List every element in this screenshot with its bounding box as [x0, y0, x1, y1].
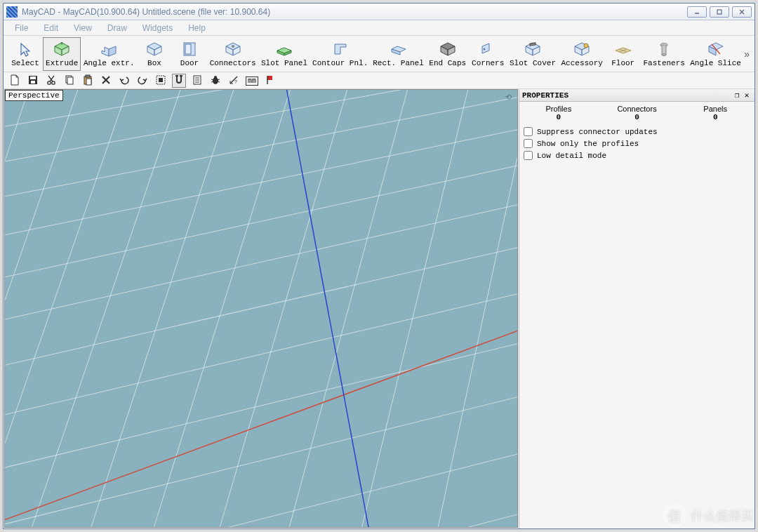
- toolbar-extrude-button[interactable]: Extrude: [43, 37, 81, 71]
- main-toolbar: SelectExtrudeAngle extr.BoxDoorConnector…: [4, 36, 754, 72]
- close-button[interactable]: [732, 6, 752, 18]
- toolbar2-select-all-button[interactable]: [154, 74, 168, 88]
- svg-point-49: [52, 81, 55, 84]
- viewport-label[interactable]: Perspective: [5, 90, 63, 101]
- menu-view[interactable]: View: [67, 22, 99, 34]
- units-mm-icon: mm: [246, 76, 258, 85]
- toolbar2-flag-button[interactable]: [263, 74, 277, 88]
- toolbar-slot-panel-button[interactable]: Slot Panel: [258, 37, 310, 71]
- menu-file[interactable]: File: [8, 22, 35, 34]
- check-show-only-profiles[interactable]: Show only the profiles: [524, 138, 750, 149]
- delete-icon: [100, 74, 112, 87]
- content-area: Perspective ⟲ PROPERTIES ❐ ✕ Profiles 0 …: [4, 89, 754, 528]
- toolbar-angle-extr--button[interactable]: Angle extr.: [81, 37, 137, 71]
- toolbar2-cut-button[interactable]: [44, 74, 58, 88]
- toolbar-floor-button[interactable]: Floor: [606, 37, 641, 71]
- toolbar-fasteners-button[interactable]: Fasteners: [641, 37, 688, 71]
- toolbar-rect-panel-button[interactable]: Rect. Panel: [371, 37, 427, 71]
- svg-rect-53: [67, 77, 73, 84]
- undo-icon: [119, 74, 130, 87]
- toolbar2-snap-button[interactable]: [172, 74, 186, 88]
- new-file-icon: [9, 74, 20, 87]
- accessory-icon: [571, 40, 592, 58]
- toolbar2-bug-button[interactable]: [208, 74, 222, 88]
- toolbar-end-caps-button[interactable]: End Caps: [426, 37, 469, 71]
- toolbar2-undo-button[interactable]: [117, 74, 131, 88]
- properties-close-button[interactable]: ✕: [742, 91, 752, 100]
- corners-icon: [477, 40, 498, 58]
- toolbar-corners-button[interactable]: Corners: [469, 37, 507, 71]
- menu-draw[interactable]: Draw: [100, 22, 134, 34]
- check-low-detail-mode[interactable]: Low detail mode: [524, 149, 750, 161]
- end-caps-icon: [437, 40, 458, 58]
- window-title: MayCAD - MayCAD(10.900.64) Untitled.scen…: [22, 7, 687, 17]
- toolbar-select-button[interactable]: Select: [8, 37, 43, 71]
- fasteners-icon: [653, 40, 674, 58]
- menu-edit[interactable]: Edit: [36, 22, 65, 34]
- toolbar2-new-file-button[interactable]: [8, 74, 22, 88]
- bug-icon: [210, 74, 221, 87]
- toolbar-box-button[interactable]: Box: [137, 37, 172, 71]
- svg-rect-75: [267, 76, 272, 80]
- toolbar2-paste-button[interactable]: [81, 74, 95, 88]
- slot-cover-icon: [522, 40, 543, 58]
- maximize-button[interactable]: [710, 6, 729, 18]
- toolbar-contour-pnl--button[interactable]: Contour Pnl.: [310, 37, 371, 71]
- properties-undock-button[interactable]: ❐: [732, 91, 742, 100]
- toolbar2-copy-button[interactable]: [62, 74, 77, 88]
- svg-rect-56: [86, 79, 91, 85]
- connectors-icon: [222, 40, 244, 58]
- stat-panels: Panels 0: [676, 105, 754, 121]
- svg-point-17: [232, 45, 234, 48]
- slot-panel-icon: [274, 40, 295, 58]
- toolbar-more-button[interactable]: »: [743, 48, 750, 60]
- toolbar-door-button[interactable]: Door: [172, 37, 207, 71]
- svg-rect-55: [86, 75, 90, 77]
- toolbar2-list-button[interactable]: [190, 74, 204, 88]
- toolbar-slot-cover-button[interactable]: Slot Cover: [507, 37, 558, 71]
- minimize-button[interactable]: [687, 6, 707, 18]
- extrude-icon: [51, 40, 72, 58]
- svg-point-41: [662, 54, 666, 56]
- svg-point-48: [48, 81, 51, 84]
- select-all-icon: [155, 74, 166, 87]
- window-buttons: [687, 6, 752, 18]
- toolbar2-measure-button[interactable]: ?: [227, 74, 241, 88]
- app-icon: [6, 6, 18, 18]
- svg-marker-21: [335, 44, 346, 54]
- toolbar-connectors-button[interactable]: Connectors: [207, 37, 258, 71]
- svg-marker-7: [102, 47, 109, 56]
- properties-title: PROPERTIES: [522, 91, 568, 100]
- svg-marker-8: [109, 46, 116, 56]
- check-suppress-connector-updates[interactable]: Suppress connector updates: [524, 126, 750, 138]
- toolbar-angle-slice-button[interactable]: Angle Slice: [688, 37, 744, 71]
- svg-rect-47: [31, 81, 35, 84]
- titlebar: MayCAD - MayCAD(10.900.64) Untitled.scen…: [4, 4, 754, 20]
- flag-icon: [265, 74, 276, 87]
- menu-help[interactable]: Help: [181, 22, 213, 34]
- toolbar2-delete-button[interactable]: [99, 74, 113, 88]
- toolbar2-redo-button[interactable]: [135, 74, 149, 88]
- svg-rect-40: [662, 45, 666, 55]
- svg-point-27: [484, 48, 486, 51]
- viewport-3d[interactable]: Perspective ⟲: [4, 89, 518, 528]
- paste-icon: [82, 74, 93, 87]
- contour-panel-icon: [330, 40, 351, 58]
- stat-connectors: Connectors 0: [598, 105, 677, 121]
- cursor-icon: [15, 40, 36, 58]
- app-window: MayCAD - MayCAD(10.900.64) Untitled.scen…: [3, 3, 755, 529]
- stat-profiles: Profiles 0: [519, 105, 598, 121]
- cut-icon: [46, 74, 57, 87]
- svg-rect-60: [159, 78, 163, 82]
- toolbar2-units-mm-button[interactable]: mm: [245, 74, 259, 88]
- svg-rect-13: [185, 44, 191, 54]
- rect-panel-icon: [388, 40, 409, 58]
- toolbar2-save-button[interactable]: [26, 74, 40, 88]
- menu-widgets[interactable]: Widgets: [135, 22, 180, 34]
- angle-extrude-icon: [98, 40, 119, 58]
- angle-slice-icon: [705, 40, 726, 58]
- toolbar-accessory-button[interactable]: Accessory: [559, 37, 606, 71]
- snap-icon: [173, 74, 185, 87]
- list-icon: [192, 74, 203, 87]
- properties-checks: Suppress connector updates Show only the…: [519, 123, 754, 164]
